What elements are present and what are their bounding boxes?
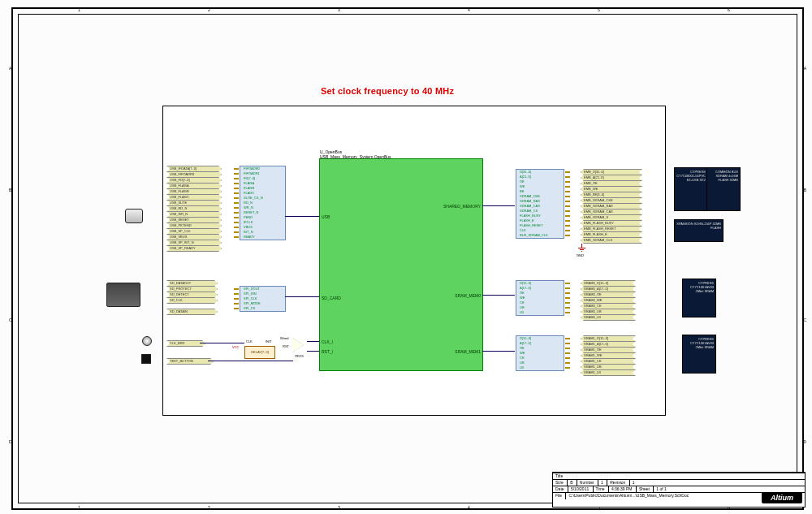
wire-usb: [285, 216, 319, 217]
harness-usb[interactable]: FIFOADR0 FIFOADR1 FD[7..0] FLAGA FLAGB F…: [240, 166, 286, 240]
sysport-sharedmem[interactable]: SHARED_MEMORY: [443, 204, 481, 209]
system-document: USB_Mass_Memory_System.OpenBus: [320, 154, 391, 159]
port-usb-3[interactable]: USB_FLAGA: [166, 183, 222, 189]
ruler-top-3: 3: [338, 7, 340, 12]
or-gate[interactable]: [292, 338, 309, 352]
wire-sd: [285, 296, 319, 297]
wire-sram1: [482, 351, 515, 352]
port-usb-9[interactable]: USB_RESET: [166, 217, 222, 223]
port-test-button[interactable]: TEST_BUTTON: [166, 358, 214, 365]
port-mem-12[interactable]: EMB_SDRAM_CLK: [581, 237, 642, 244]
photo-usb-chip: [125, 209, 143, 223]
port-mem-10[interactable]: EMB_FLASH_RESET: [581, 226, 642, 232]
ruler-left-a: A: [9, 66, 11, 71]
ruler-right-a: A: [804, 66, 806, 71]
port-mem-4[interactable]: EMB_BE[3..0]: [581, 192, 642, 198]
sysport-sdcard[interactable]: SD_CARD: [322, 296, 341, 300]
ruler-top-5: 5: [598, 7, 600, 12]
port-mem-3[interactable]: EMB_WE: [581, 186, 642, 192]
harness-mem[interactable]: D[31..0] A[21..0] OE WE BE SDRAM_CKE SDR…: [516, 169, 564, 239]
port-sram1-3[interactable]: SRAM1_WE: [581, 352, 636, 359]
chip-sram0: CYPRESS CY7C1061AV33 2Mbit SRAM: [682, 279, 716, 317]
port-mem-7[interactable]: EMB_SDRAM_CAS: [581, 209, 642, 215]
port-mem-8[interactable]: EMB_SDRAM_S: [581, 214, 642, 221]
port-sram1-6[interactable]: SRAM1_LB: [581, 369, 636, 376]
port-sram0-2[interactable]: SRAM0_OE: [581, 292, 636, 298]
sysport-sram1[interactable]: SRAM_MEM1: [455, 349, 481, 354]
port-mem-1[interactable]: EMB_A[21..0]: [581, 175, 642, 181]
port-mem-9[interactable]: EMB_FLASH_BUSY: [581, 220, 642, 227]
port-mem-11[interactable]: EMB_FLASH_E: [581, 231, 642, 238]
sysport-clk[interactable]: CLK_I: [322, 339, 333, 344]
port-usb-5[interactable]: USB_FLAGC: [166, 194, 222, 201]
port-sd-4[interactable]: SD_DATAIN: [166, 309, 218, 315]
harness-sram1[interactable]: D[15..0] A[17..0] OE WE CE UB LB: [516, 335, 564, 371]
ruler-bot-1: 1: [78, 505, 80, 510]
wire-clk-to-sys: [307, 341, 319, 342]
label-vcc: VCC: [232, 345, 239, 349]
port-sd-2[interactable]: SD_DETECT: [166, 292, 218, 298]
ruler-left-b: B: [9, 188, 11, 192]
wire-mem: [482, 205, 515, 206]
ruler-left-d: D: [9, 439, 12, 444]
ruler-top-2: 2: [208, 7, 210, 12]
port-sd-0[interactable]: SD_DATAOUT: [166, 280, 218, 287]
port-sram0-1[interactable]: SRAM0_A[17..0]: [581, 286, 636, 292]
delay-component[interactable]: DELAY[7..0]: [244, 346, 275, 359]
port-sram0-5[interactable]: SRAM0_UB: [581, 309, 636, 315]
port-sram1-2[interactable]: SRAM1_OE: [581, 347, 636, 353]
port-usb-7[interactable]: USB_RD_N: [166, 205, 222, 212]
gnd-label: GND: [577, 253, 584, 257]
label-or: OR2S: [295, 354, 304, 358]
port-usb-12[interactable]: USB_VBUS: [166, 234, 222, 240]
port-usb-4[interactable]: USB_FLAGB: [166, 188, 222, 195]
port-sram0-3[interactable]: SRAM0_WE: [581, 297, 636, 304]
photo-button: [141, 354, 151, 364]
port-mem-5[interactable]: EMB_SDRAM_CKE: [581, 197, 642, 204]
port-usb-0[interactable]: USB_IFDATA[7..0]: [166, 166, 222, 172]
openbus-system[interactable]: U_OpenBus USB_Mass_Memory_System.OpenBus…: [319, 158, 483, 371]
port-sram1-1[interactable]: SRAM1_A[17..0]: [581, 341, 636, 348]
schematic-sheet[interactable]: 1 2 3 4 5 6 1 2 3 4 5 6 A B C D A B C D …: [0, 0, 812, 514]
port-usb-8[interactable]: USB_WR_N: [166, 211, 222, 218]
port-mem-0[interactable]: EMB_D[31..0]: [581, 169, 642, 175]
schematic-note[interactable]: Set clock frequency to 40 MHz: [321, 86, 454, 96]
port-usb-14[interactable]: USB_SP_READY: [166, 245, 222, 252]
port-mem-6[interactable]: EMB_SDRAM_RAS: [581, 203, 642, 209]
gnd-symbol[interactable]: [577, 244, 587, 253]
harness-sram0[interactable]: D[15..0] A[17..0] OE WE CE UB LB: [516, 280, 564, 316]
sysport-rst[interactable]: RST_I: [322, 349, 333, 354]
harness-sd[interactable]: SPI_DOUT SPI_DIN SPI_CLK SPI_MODE SPI_CS: [240, 286, 286, 312]
ruler-right-d: D: [803, 439, 806, 444]
port-sram0-0[interactable]: SRAM0_D[15..0]: [581, 280, 636, 287]
label-init: INIT: [266, 339, 272, 343]
port-mem-2[interactable]: EMB_OE: [581, 180, 642, 187]
port-usb-13[interactable]: USB_SP_INT_N: [166, 240, 222, 246]
port-usb-11[interactable]: USB_SP_CLK: [166, 228, 222, 235]
ruler-top-1: 1: [78, 7, 80, 12]
label-wired: Wired: [280, 336, 288, 340]
chip-cy: CYPRESS CY7C68001-56PVC EZ-USB SX2: [674, 167, 708, 211]
port-sram1-0[interactable]: SRAM1_D[15..0]: [581, 335, 636, 342]
port-usb-6[interactable]: USB_SLOE: [166, 200, 222, 206]
port-sd-1[interactable]: SD_PROTECT: [166, 286, 218, 292]
port-sram1-5[interactable]: SRAM1_UB: [581, 364, 636, 370]
port-sram0-4[interactable]: SRAM0_CE: [581, 303, 636, 309]
ruler-left-c: C: [9, 317, 12, 322]
port-sd-3[interactable]: SD_CLK: [166, 297, 218, 304]
sysport-sram0[interactable]: SRAM_MEM0: [455, 293, 481, 298]
port-sram0-6[interactable]: SRAM0_LB: [581, 314, 636, 321]
brand-logo: Altium: [762, 492, 802, 503]
port-usb-10[interactable]: USB_PKTEND: [166, 222, 222, 229]
port-usb-1[interactable]: USB_FIFOADR0: [166, 171, 222, 178]
photo-clock: [142, 336, 152, 346]
ruler-top-6: 6: [728, 7, 730, 12]
port-usb-2[interactable]: USB_FD[7..0]: [166, 177, 222, 184]
wire-test: [208, 361, 293, 361]
port-sram1-4[interactable]: SRAM1_CE: [581, 358, 636, 365]
label-clk-pin: CLK: [246, 339, 253, 343]
chip-sram1: CYPRESS CY7C1061AV33 2Mbit SRAM: [682, 335, 716, 374]
sysport-usb[interactable]: USB: [322, 214, 330, 219]
photo-sd-socket: [106, 283, 140, 307]
port-clk-brd[interactable]: CLK_BRD: [166, 340, 205, 347]
